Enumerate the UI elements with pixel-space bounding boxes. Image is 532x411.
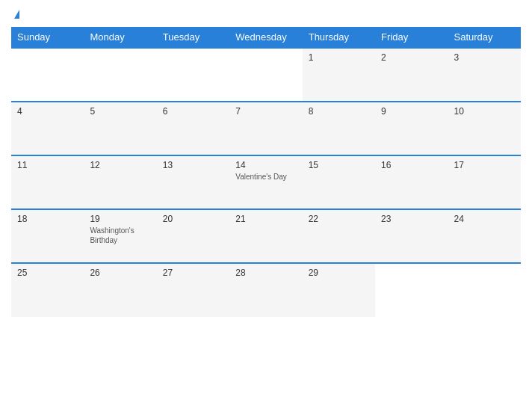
day-number: 9	[381, 106, 442, 117]
calendar-cell: 8	[303, 102, 375, 155]
day-number: 12	[90, 160, 150, 170]
weekday-header-monday: Monday	[84, 27, 156, 48]
calendar-cell: 7	[229, 102, 302, 155]
calendar-week-5: 2526272829	[11, 263, 521, 317]
calendar-cell	[157, 48, 229, 102]
calendar-cell: 6	[157, 102, 229, 155]
calendar-cell: 5	[84, 102, 156, 155]
day-number: 17	[454, 160, 515, 170]
calendar-week-3: 11121314Valentine's Day151617	[11, 155, 521, 209]
calendar-container: SundayMondayTuesdayWednesdayThursdayFrid…	[0, 0, 532, 411]
calendar-cell: 14Valentine's Day	[229, 155, 302, 209]
day-number: 4	[17, 106, 78, 117]
calendar-cell	[375, 263, 448, 317]
weekday-header-tuesday: Tuesday	[157, 27, 229, 48]
calendar-cell: 28	[229, 263, 302, 317]
day-number: 29	[309, 268, 369, 278]
calendar-cell: 26	[84, 263, 156, 317]
day-number: 10	[454, 106, 515, 117]
day-number: 8	[309, 106, 369, 117]
calendar-cell: 12	[84, 155, 156, 209]
logo-triangle-icon	[14, 10, 19, 19]
weekday-header-sunday: Sunday	[11, 27, 84, 48]
calendar-cell: 19Washington's Birthday	[84, 209, 156, 263]
calendar-cell: 3	[448, 48, 521, 102]
calendar-cell: 1	[303, 48, 375, 102]
day-number: 16	[381, 160, 442, 170]
calendar-cell: 23	[375, 209, 448, 263]
calendar-cell: 21	[229, 209, 302, 263]
day-number: 27	[163, 268, 223, 278]
calendar-table: SundayMondayTuesdayWednesdayThursdayFrid…	[11, 27, 521, 317]
calendar-week-4: 1819Washington's Birthday2021222324	[11, 209, 521, 263]
calendar-cell: 4	[11, 102, 84, 155]
holiday-label: Washington's Birthday	[90, 226, 150, 245]
calendar-cell: 10	[448, 102, 521, 155]
calendar-cell: 22	[303, 209, 375, 263]
calendar-cell: 17	[448, 155, 521, 209]
day-number: 28	[235, 268, 296, 278]
weekday-header-thursday: Thursday	[303, 27, 375, 48]
calendar-header-row: SundayMondayTuesdayWednesdayThursdayFrid…	[11, 27, 521, 48]
calendar-cell: 9	[375, 102, 448, 155]
day-number: 1	[309, 52, 369, 63]
calendar-cell: 18	[11, 209, 84, 263]
calendar-cell: 27	[157, 263, 229, 317]
weekday-header-saturday: Saturday	[448, 27, 521, 48]
day-number: 2	[381, 52, 442, 63]
calendar-cell: 29	[303, 263, 375, 317]
calendar-cell	[11, 48, 84, 102]
calendar-cell: 2	[375, 48, 448, 102]
calendar-header	[11, 7, 521, 21]
calendar-cell: 16	[375, 155, 448, 209]
calendar-week-2: 45678910	[11, 102, 521, 155]
logo	[11, 7, 22, 21]
day-number: 15	[309, 160, 369, 170]
calendar-cell	[84, 48, 156, 102]
day-number: 5	[90, 106, 150, 117]
day-number: 22	[309, 214, 369, 224]
day-number: 14	[235, 160, 296, 170]
calendar-week-1: 123	[11, 48, 521, 102]
weekday-header-friday: Friday	[375, 27, 448, 48]
holiday-label: Valentine's Day	[235, 172, 296, 182]
day-number: 25	[17, 268, 78, 278]
calendar-cell: 13	[157, 155, 229, 209]
calendar-cell: 20	[157, 209, 229, 263]
day-number: 20	[163, 214, 223, 224]
calendar-cell: 15	[303, 155, 375, 209]
day-number: 3	[454, 52, 515, 63]
day-number: 23	[381, 214, 442, 224]
day-number: 6	[163, 106, 223, 117]
day-number: 19	[90, 214, 150, 224]
calendar-cell	[229, 48, 302, 102]
calendar-cell: 11	[11, 155, 84, 209]
day-number: 13	[163, 160, 223, 170]
day-number: 26	[90, 268, 150, 278]
day-number: 7	[235, 106, 296, 117]
day-number: 24	[454, 214, 515, 224]
day-number: 21	[235, 214, 296, 224]
calendar-cell	[448, 263, 521, 317]
calendar-cell: 25	[11, 263, 84, 317]
day-number: 18	[17, 214, 78, 224]
calendar-cell: 24	[448, 209, 521, 263]
day-number: 11	[17, 160, 78, 170]
weekday-header-wednesday: Wednesday	[229, 27, 302, 48]
